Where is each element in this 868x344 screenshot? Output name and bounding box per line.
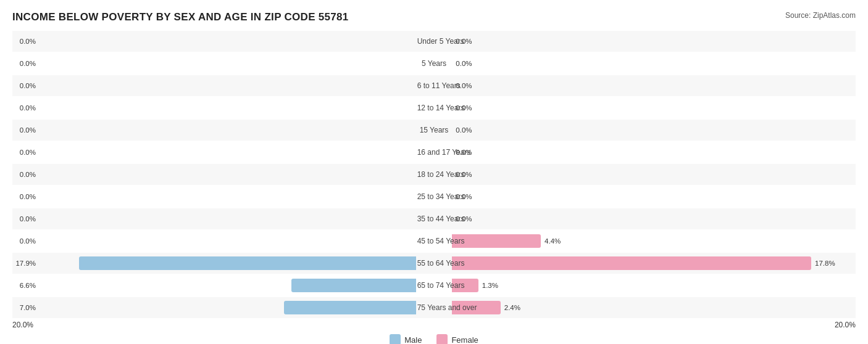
left-side: 0.0% — [12, 231, 417, 252]
chart-row: 0.0% 12 to 14 Years 0.0% — [12, 97, 856, 118]
male-bar-wrap — [40, 234, 416, 248]
legend-male: Male — [390, 334, 422, 344]
chart-title: INCOME BELOW POVERTY BY SEX AND AGE IN Z… — [12, 11, 349, 23]
age-label: 65 to 74 Years — [417, 281, 451, 290]
left-side: 7.0% — [12, 297, 417, 318]
axis-left: 20.0% — [12, 321, 417, 329]
axis-right: 20.0% — [451, 321, 856, 329]
male-value-label: 0.0% — [12, 60, 36, 67]
male-swatch — [390, 334, 401, 344]
left-side: 0.0% — [12, 97, 417, 118]
chart-row: 0.0% 6 to 11 Years 0.0% — [12, 75, 856, 96]
male-bar — [291, 279, 415, 292]
right-side: 0.0% — [451, 164, 856, 185]
age-label: 16 and 17 Years — [417, 148, 451, 157]
male-value-label: 0.0% — [12, 193, 36, 200]
left-side: 0.0% — [12, 75, 417, 96]
right-side: 0.0% — [451, 120, 856, 141]
male-bar-wrap — [40, 145, 416, 159]
male-bar-wrap — [40, 168, 416, 181]
axis-row: 20.0% 20.0% — [12, 321, 856, 329]
age-label: 55 to 64 Years — [417, 259, 451, 268]
right-side: 0.0% — [451, 142, 856, 163]
male-bar-wrap — [40, 256, 416, 270]
right-side: 0.0% — [451, 186, 856, 207]
male-bar-wrap — [40, 190, 416, 203]
axis-right-value: 20.0% — [835, 321, 856, 329]
male-bar-wrap — [40, 35, 416, 48]
male-bar — [284, 301, 415, 314]
right-side: 0.0% — [451, 97, 856, 118]
right-side: 0.0% — [451, 75, 856, 96]
legend: Male Female — [12, 334, 856, 344]
male-value-label: 0.0% — [12, 38, 36, 45]
male-label: Male — [404, 335, 422, 345]
chart-row: 0.0% 16 and 17 Years 0.0% — [12, 142, 856, 163]
male-value-label: 0.0% — [12, 237, 36, 245]
chart-container: INCOME BELOW POVERTY BY SEX AND AGE IN Z… — [0, 0, 868, 344]
left-side: 0.0% — [12, 120, 417, 141]
chart-header: INCOME BELOW POVERTY BY SEX AND AGE IN Z… — [12, 11, 856, 23]
female-value-label: 4.4% — [545, 237, 568, 245]
chart-row: 6.6% 65 to 74 Years 1.3% — [12, 275, 856, 296]
age-label: Under 5 Years — [417, 37, 451, 46]
right-side: 4.4% — [451, 231, 856, 252]
male-bar — [79, 256, 416, 270]
male-bar-wrap — [40, 279, 416, 292]
left-side: 0.0% — [12, 164, 417, 185]
female-label: Female — [451, 335, 478, 345]
age-label: 6 to 11 Years — [417, 81, 451, 90]
male-value-label: 6.6% — [12, 282, 36, 289]
left-side: 0.0% — [12, 31, 417, 52]
chart-source: Source: ZipAtlas.com — [785, 11, 856, 20]
chart-row: 7.0% 75 Years and over 2.4% — [12, 297, 856, 318]
age-label: 45 to 54 Years — [417, 237, 451, 245]
female-value-label: 1.3% — [482, 282, 506, 289]
right-side: 0.0% — [451, 208, 856, 229]
male-bar-wrap — [40, 57, 416, 70]
chart-row: 0.0% 45 to 54 Years 4.4% — [12, 231, 856, 252]
right-side: 0.0% — [451, 31, 856, 52]
left-side: 17.9% — [12, 253, 417, 274]
age-label: 15 Years — [417, 126, 451, 134]
female-value-label: 17.8% — [815, 260, 838, 267]
male-value-label: 0.0% — [12, 215, 36, 223]
male-value-label: 7.0% — [12, 304, 36, 311]
chart-row: 0.0% 35 to 44 Years 0.0% — [12, 208, 856, 229]
male-value-label: 0.0% — [12, 171, 36, 178]
legend-female: Female — [436, 334, 478, 344]
chart-row: 0.0% 15 Years 0.0% — [12, 120, 856, 141]
male-bar-wrap — [40, 301, 416, 314]
left-side: 0.0% — [12, 186, 417, 207]
age-label: 18 to 24 Years — [417, 170, 451, 179]
age-label: 12 to 14 Years — [417, 104, 451, 112]
female-bar — [452, 256, 811, 270]
male-bar-wrap — [40, 101, 416, 115]
female-bar — [452, 234, 541, 248]
male-value-label: 0.0% — [12, 149, 36, 156]
female-value-label: 0.0% — [456, 126, 479, 134]
chart-row: 0.0% 25 to 34 Years 0.0% — [12, 186, 856, 207]
female-value-label: 2.4% — [504, 304, 528, 311]
age-label: 75 Years and over — [417, 303, 451, 312]
male-bar-wrap — [40, 212, 416, 226]
chart-row: 17.9% 55 to 64 Years 17.8% — [12, 253, 856, 274]
male-value-label: 0.0% — [12, 82, 36, 89]
male-value-label: 0.0% — [12, 126, 36, 134]
axis-left-value: 20.0% — [12, 321, 33, 329]
right-side: 1.3% — [451, 275, 856, 296]
chart-row: 0.0% 18 to 24 Years 0.0% — [12, 164, 856, 185]
male-bar-wrap — [40, 79, 416, 92]
right-side: 2.4% — [451, 297, 856, 318]
left-side: 0.0% — [12, 53, 417, 74]
age-label: 25 to 34 Years — [417, 192, 451, 201]
female-value-label: 0.0% — [456, 60, 479, 67]
female-swatch — [436, 334, 448, 344]
age-label: 35 to 44 Years — [417, 215, 451, 223]
right-side: 0.0% — [451, 53, 856, 74]
male-value-label: 0.0% — [12, 104, 36, 112]
left-side: 0.0% — [12, 208, 417, 229]
left-side: 0.0% — [12, 142, 417, 163]
right-side: 17.8% — [451, 253, 856, 274]
male-value-label: 17.9% — [12, 260, 36, 267]
